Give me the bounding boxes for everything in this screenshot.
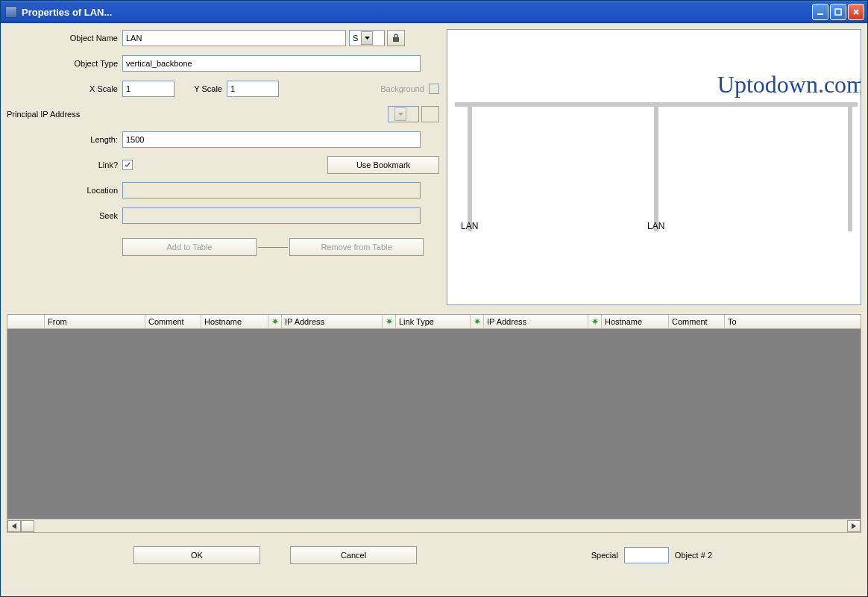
col-from[interactable]: From (45, 315, 145, 328)
location-label: Location (7, 186, 122, 195)
form-area: Object Name S (7, 29, 439, 305)
length-label: Length: (7, 135, 122, 144)
diagram-node-1-label: LAN (461, 221, 478, 231)
lock-icon (391, 34, 400, 43)
table-body[interactable] (7, 329, 861, 519)
y-scale-input[interactable] (227, 81, 279, 97)
object-type-label: Object Type (7, 59, 122, 68)
star-icon: ✷ (474, 317, 481, 326)
special-input[interactable] (624, 547, 669, 563)
star-icon: ✷ (386, 317, 393, 326)
seek-input[interactable] (122, 207, 421, 224)
background-checkbox (429, 84, 439, 94)
minimize-button[interactable] (812, 4, 828, 20)
col-status-icon-2[interactable]: ✷ (383, 315, 396, 328)
network-diagram (447, 30, 861, 298)
location-input[interactable] (122, 182, 421, 199)
diagram-node-2-label: LAN (647, 221, 664, 231)
principal-ip-button (421, 106, 439, 122)
object-number-label: Object # 2 (675, 551, 712, 560)
ok-button[interactable]: OK (133, 546, 260, 564)
svg-rect-1 (835, 9, 841, 15)
svg-rect-2 (393, 37, 399, 42)
cancel-button[interactable]: Cancel (290, 546, 417, 564)
col-hostname-1[interactable]: Hostname (201, 315, 268, 328)
link-checkbox[interactable] (122, 160, 133, 170)
col-to[interactable]: To (725, 315, 861, 328)
table-header: From Comment Hostname ✷ IP Address ✷ Lin… (7, 314, 861, 329)
col-status-icon-1[interactable]: ✷ (268, 315, 282, 328)
titlebar: Properties of LAN... (1, 1, 867, 23)
col-status-icon-3[interactable]: ✷ (471, 315, 484, 328)
add-to-table-button[interactable]: Add to Table (122, 238, 257, 256)
col-link-type[interactable]: Link Type (396, 315, 471, 328)
y-scale-label: Y Scale (174, 84, 227, 93)
principal-ip-label: Principal IP Address (7, 110, 122, 119)
principal-ip-select (388, 106, 419, 122)
scroll-thumb-button[interactable] (21, 520, 34, 532)
special-label: Special (591, 551, 618, 560)
lock-button[interactable] (387, 30, 405, 46)
horizontal-scrollbar[interactable] (7, 519, 861, 533)
remove-from-table-button[interactable]: Remove from Table (289, 238, 424, 256)
length-input[interactable] (122, 131, 421, 148)
x-scale-label: X Scale (7, 84, 122, 93)
col-status-icon-4[interactable]: ✷ (588, 315, 602, 328)
star-icon: ✷ (591, 317, 599, 326)
star-icon: ✷ (271, 317, 279, 326)
scope-dropdown-icon (361, 31, 373, 45)
col-comment-1[interactable]: Comment (145, 315, 201, 328)
maximize-button[interactable] (830, 4, 846, 20)
window: Properties of LAN... Object Name S (0, 0, 868, 597)
svg-rect-0 (817, 13, 823, 15)
seek-label: Seek (7, 211, 122, 220)
col-comment-2[interactable]: Comment (669, 315, 725, 328)
client-area: Object Name S (1, 23, 867, 596)
scope-value: S (353, 34, 358, 43)
chevron-down-icon (394, 107, 406, 121)
window-title: Properties of LAN... (22, 7, 812, 18)
col-hostname-2[interactable]: Hostname (602, 315, 669, 328)
footer: OK Cancel Special Object # 2 (7, 546, 861, 564)
x-scale-input[interactable] (122, 81, 174, 97)
col-rownum[interactable] (7, 315, 45, 328)
scope-select[interactable]: S (349, 30, 385, 46)
close-button[interactable] (848, 4, 864, 20)
object-type-input[interactable] (122, 55, 421, 72)
app-icon (5, 6, 17, 18)
object-name-label: Object Name (7, 34, 122, 43)
use-bookmark-button[interactable]: Use Bookmark (327, 156, 439, 174)
object-name-input[interactable] (122, 30, 346, 46)
scroll-right-button[interactable] (847, 520, 861, 532)
background-label: Background (380, 84, 424, 93)
window-buttons (812, 4, 864, 20)
link-label: Link? (7, 160, 122, 169)
link-table: From Comment Hostname ✷ IP Address ✷ Lin… (7, 314, 861, 533)
col-ip-1[interactable]: IP Address (282, 315, 383, 328)
col-ip-2[interactable]: IP Address (484, 315, 588, 328)
preview-pane: Uptodown.com LAN LAN (447, 29, 861, 305)
scroll-left-button[interactable] (7, 520, 21, 532)
